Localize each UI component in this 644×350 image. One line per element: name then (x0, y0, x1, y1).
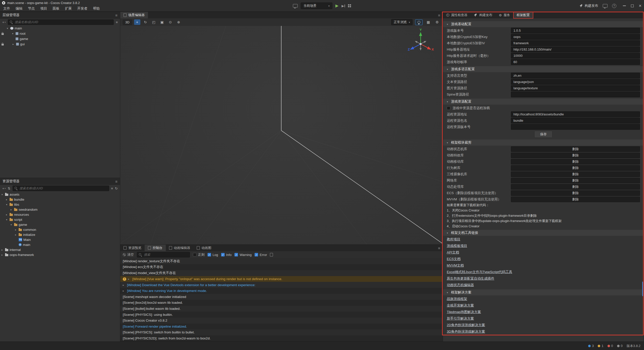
tab-build-publish[interactable]: 构建发布 (471, 12, 496, 18)
add-node-button[interactable]: +▾ (2, 20, 6, 24)
http-timeout-input[interactable] (511, 53, 640, 59)
log-row[interactable]: [Window] render_texture文件夹不存在 (120, 258, 443, 264)
dimension-toggle[interactable]: 3D (123, 20, 132, 25)
asset-folder-bundle[interactable]: ▸ bundle (0, 197, 120, 202)
tab-scene-editor[interactable]: 场景编辑器 (120, 12, 148, 18)
solution-link[interactable]: 2D角色扮演游戏解决方案 (447, 323, 485, 327)
help-icon[interactable]: ? (612, 4, 616, 8)
doc-link[interactable]: 教程项目 (447, 237, 460, 242)
delete-module-button[interactable]: 删除 (511, 178, 640, 183)
delete-module-button[interactable]: 删除 (511, 184, 640, 190)
game-version-input[interactable] (511, 28, 640, 33)
delete-module-button[interactable]: 删除 (511, 146, 640, 152)
pivot-toggle-icon[interactable]: ⊙ (167, 19, 174, 25)
lock-icon[interactable] (2, 44, 4, 46)
move-tool-icon[interactable]: + (134, 19, 140, 25)
expand-closed-icon[interactable]: ▸ (123, 289, 125, 292)
log-row[interactable]: [Scene] [bullet]:bullet wasm lib loaded. (120, 306, 443, 312)
section-resource-config[interactable]: ▾ 游戏资源配置 (443, 99, 644, 105)
tab-animation-editor[interactable]: 动画编辑器 (166, 245, 193, 251)
scale-tool-icon[interactable]: ◰ (151, 19, 157, 25)
delete-module-button[interactable]: 删除 (511, 171, 640, 177)
minimize-button[interactable] (623, 6, 626, 6)
doc-link[interactable]: API文档 (447, 250, 459, 255)
layout-icon[interactable] (603, 4, 608, 8)
tab-framework-config[interactable]: 框架配置 (513, 12, 533, 18)
step-button[interactable]: ▶ (342, 4, 345, 8)
expand-closed-icon[interactable]: ▸ (128, 278, 131, 280)
maximize-button[interactable] (631, 5, 634, 7)
solution-link[interactable]: 3D角色扮演游戏解决方案 (447, 329, 485, 334)
log-row-info[interactable]: [Scene] Forward render pipeline initiali… (120, 324, 443, 330)
doc-link[interactable]: 动画状态机编辑器 (447, 283, 474, 287)
section-game-basic-config[interactable]: ▾ 游戏基础配置 (443, 21, 644, 27)
asset-folder-initialize[interactable]: ▸ initialize (0, 232, 120, 237)
section-language-config[interactable]: ▾ 游戏多语言配置 (443, 66, 644, 72)
expand-closed-icon[interactable]: ▸ (123, 284, 125, 286)
solution-link[interactable]: Tiledmap地图解决方案 (447, 310, 481, 314)
asset-folder-resources[interactable]: ▸ resources (0, 212, 120, 217)
log-row-info[interactable]: ▸ [Window] Download the Vue Devtools ext… (120, 282, 443, 288)
log-row[interactable]: [Scene] [box2d]:box2d wasm lib loaded. (120, 300, 443, 306)
refresh-icon[interactable]: ↻ (115, 187, 118, 190)
menu-project[interactable]: 项目 (37, 6, 50, 11)
menu-developer[interactable]: 开发者 (74, 6, 90, 11)
doc-link[interactable]: 原生包热更新配置自动生成插件 (447, 276, 494, 281)
log-row[interactable]: [Scene] [PHYSICS]: using builtin. (120, 312, 443, 318)
orientation-gizmo[interactable]: Y X Z (406, 28, 436, 58)
section-doc-links[interactable]: ▾ 框架文档工具链接 (443, 230, 644, 236)
assets-menu-icon[interactable]: ≡ (115, 179, 117, 184)
expand-open-icon[interactable]: ▾ (11, 32, 14, 35)
solution-link[interactable]: 新手引导解决方案 (447, 316, 474, 321)
log-row[interactable]: [Scene] meshopt wasm decoder initialized (120, 294, 443, 300)
asset-folder-script[interactable]: ▾ script (0, 217, 120, 222)
spine-res-path-input[interactable] (511, 92, 640, 97)
section-module-trim[interactable]: ▾ 框架模块裁剪 (443, 140, 644, 146)
log-row[interactable]: [Window] model_view文件夹不存在 (120, 270, 443, 276)
console-search-input[interactable] (143, 253, 188, 257)
scrollbar-thumb[interactable] (642, 282, 643, 296)
hierarchy-node-root[interactable]: ▾ root (0, 31, 120, 36)
menu-extension[interactable]: 扩展 (62, 6, 74, 11)
hierarchy-node-game[interactable]: game (0, 36, 120, 41)
lock-icon[interactable] (2, 33, 4, 35)
sort-icon[interactable]: ⇅ (8, 187, 11, 190)
doc-link[interactable]: Excel格式转Json文件与TypeScript代码工具 (447, 270, 512, 274)
log-row[interactable]: [Scene] [PHYSICS2D]: switch from box2d-w… (120, 335, 443, 341)
build-publish-button[interactable]: 构建发布 (580, 4, 598, 8)
clear-console-button[interactable]: 清空 (123, 252, 134, 257)
language-types-input[interactable] (511, 73, 640, 78)
save-button[interactable]: 保存 (534, 131, 552, 138)
expand-open-icon[interactable]: ▾ (6, 27, 9, 30)
asset-folder-oops-framework[interactable]: ▸ oops-framework (0, 252, 120, 257)
rotate-tool-icon[interactable]: ↻ (142, 19, 149, 25)
hierarchy-searchbox[interactable] (8, 19, 114, 25)
solution-link[interactable]: 战旗游戏框架 (447, 297, 467, 301)
filter-regex[interactable]: 正则 (193, 252, 205, 257)
space-toggle-icon[interactable]: ⊕ (176, 19, 182, 25)
delete-module-button[interactable]: 删除 (511, 165, 640, 171)
log-row[interactable]: [Scene] [PHYSICS]: switch from builtin t… (120, 329, 443, 335)
current-scene-dropdown[interactable]: 当前场景 ▾ (301, 3, 332, 9)
close-button[interactable]: × (639, 4, 641, 7)
lighting-toggle[interactable] (415, 19, 423, 25)
asset-folder-common[interactable]: ▸ common (0, 227, 120, 232)
text-res-path-input[interactable] (511, 79, 640, 85)
warning-count[interactable]: 1 (598, 344, 603, 348)
remote-bundle-input[interactable] (511, 118, 640, 123)
doc-link[interactable]: MVVM文档 (447, 263, 464, 268)
crypto-iv-input[interactable] (511, 40, 640, 46)
filter-log[interactable]: Log (208, 253, 218, 257)
hierarchy-menu-icon[interactable]: ≡ (115, 13, 117, 17)
preview-grid-icon[interactable] (348, 4, 351, 7)
log-row-warning[interactable]: ! ▸ [Window] [Vue warn]: Property "onInp… (120, 276, 443, 282)
assets-searchbox[interactable] (13, 186, 109, 191)
hierarchy-search-input[interactable] (14, 20, 112, 24)
filter-info[interactable]: Info (221, 253, 232, 257)
checkbox-icon[interactable] (447, 106, 450, 110)
solution-link[interactable]: 全栈开发解决方案 (447, 303, 474, 308)
remote-address-input[interactable] (511, 111, 640, 117)
crypto-key-input[interactable] (511, 34, 640, 40)
menu-panel[interactable]: 面板 (50, 6, 62, 11)
add-asset-button[interactable]: +▾ (2, 187, 6, 190)
